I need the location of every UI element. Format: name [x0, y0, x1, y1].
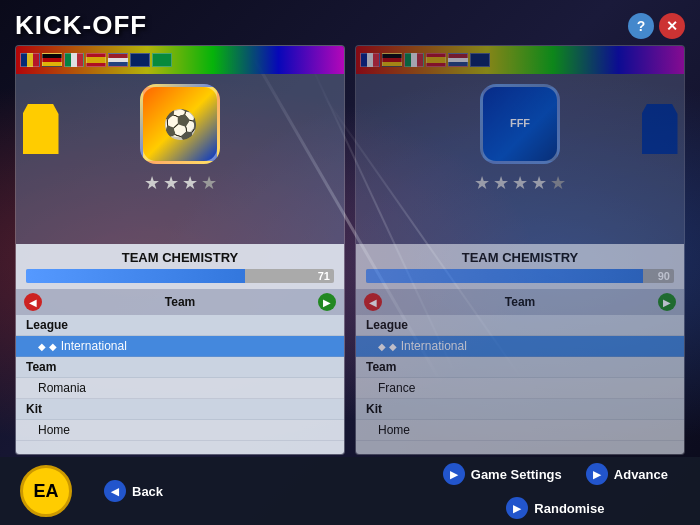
right-jersey [642, 104, 678, 154]
back-label: Back [132, 484, 163, 499]
right-chemistry-label: TEAM CHEMISTRY [366, 250, 674, 265]
header: KICK-OFF ? ✕ [15, 10, 685, 41]
left-row-international[interactable]: ◆ ◆ International [16, 336, 344, 357]
star-1: ★ [144, 172, 160, 194]
flag-es [86, 53, 106, 67]
right-logo-area: FFF ★ ★ ★ ★ ★ [356, 74, 684, 244]
flag-it [64, 53, 84, 67]
randomise-icon: ▶ [506, 497, 528, 519]
left-international-label: International [61, 339, 127, 353]
left-nav-next[interactable]: ▶ [318, 293, 336, 311]
left-team-name-label: Romania [38, 381, 86, 395]
right-chemistry-value: 90 [658, 269, 670, 283]
right-row-team-header: Team [356, 357, 684, 378]
header-icons: ? ✕ [628, 13, 685, 39]
right-nav-next[interactable]: ▶ [658, 293, 676, 311]
left-row-league-header: League [16, 315, 344, 336]
r-star-3: ★ [512, 172, 528, 194]
right-nav-label: Team [505, 295, 535, 309]
left-nav-label: Team [165, 295, 195, 309]
close-button[interactable]: ✕ [659, 13, 685, 39]
right-kit-right [637, 94, 682, 164]
left-team-logo [140, 84, 220, 164]
r-diamond-icon: ◆ ◆ [378, 341, 397, 352]
right-nav-prev[interactable]: ◀ [364, 293, 382, 311]
left-row-kit-header: Kit [16, 399, 344, 420]
panels-container: ★ ★ ★ ★ TEAM CHEMISTRY 71 ◀ Team ▶ Leagu… [15, 45, 685, 455]
right-team-logo: FFF [480, 84, 560, 164]
advance-icon: ▶ [586, 463, 608, 485]
randomise-label: Randomise [534, 501, 604, 516]
flag-br [152, 53, 172, 67]
left-row-kit-value[interactable]: Home [16, 420, 344, 441]
left-kit-label: Home [38, 423, 70, 437]
diamond-icon: ◆ ◆ [38, 341, 57, 352]
star-4: ★ [201, 172, 217, 194]
right-chemistry-fill [366, 269, 643, 283]
help-button[interactable]: ? [628, 13, 654, 39]
flag-france [360, 53, 380, 67]
r-star-2: ★ [493, 172, 509, 194]
left-stars: ★ ★ ★ ★ [144, 172, 217, 194]
left-chemistry-section: TEAM CHEMISTRY 71 [16, 244, 344, 289]
right-flags-strip [356, 46, 684, 74]
right-chemistry-bar: 90 [366, 269, 674, 283]
right-row-league-header: League [356, 315, 684, 336]
right-stars: ★ ★ ★ ★ ★ [474, 172, 566, 194]
star-3: ★ [182, 172, 198, 194]
left-chemistry-bar: 71 [26, 269, 334, 283]
left-nav-prev[interactable]: ◀ [24, 293, 42, 311]
right-row-kit-value[interactable]: Home [356, 420, 684, 441]
left-logo-area: ★ ★ ★ ★ [16, 74, 344, 244]
flag-romania [20, 53, 40, 67]
left-chemistry-value: 71 [318, 269, 330, 283]
game-settings-button[interactable]: ▶ Game Settings [431, 459, 574, 489]
r-star-1: ★ [474, 172, 490, 194]
footer-bottom-row: ▶ Randomise [431, 493, 680, 523]
left-row-team-name[interactable]: Romania [16, 378, 344, 399]
left-jersey [23, 104, 59, 154]
right-kit-label: Home [378, 423, 410, 437]
flag-it-r [404, 53, 424, 67]
advance-button[interactable]: ▶ Advance [574, 459, 680, 489]
page-title: KICK-OFF [15, 10, 147, 41]
game-settings-icon: ▶ [443, 463, 465, 485]
game-settings-label: Game Settings [471, 467, 562, 482]
right-row-kit-header: Kit [356, 399, 684, 420]
right-row-international[interactable]: ◆ ◆ International [356, 336, 684, 357]
right-info-list: League ◆ ◆ International Team France Kit… [356, 315, 684, 454]
left-chemistry-fill [26, 269, 245, 283]
footer-right-group: ▶ Game Settings ▶ Advance ▶ Randomise [431, 459, 680, 523]
left-panel: ★ ★ ★ ★ TEAM CHEMISTRY 71 ◀ Team ▶ Leagu… [15, 45, 345, 455]
flag-de-r [382, 53, 402, 67]
flag-de [42, 53, 62, 67]
left-info-list: League ◆ ◆ International Team Romania Ki… [16, 315, 344, 454]
back-icon: ◀ [104, 480, 126, 502]
left-flags-strip [16, 46, 344, 74]
right-international-label: International [401, 339, 467, 353]
flag-nl-r [448, 53, 468, 67]
right-chemistry-section: TEAM CHEMISTRY 90 [356, 244, 684, 289]
back-button[interactable]: ◀ Back [92, 476, 175, 506]
right-row-team-name[interactable]: France [356, 378, 684, 399]
footer: EA ◀ Back ▶ Game Settings ▶ Advance ▶ [0, 457, 700, 525]
flag-gb [130, 53, 150, 67]
right-team-name-label: France [378, 381, 415, 395]
randomise-button[interactable]: ▶ Randomise [494, 493, 616, 523]
flag-gb-r [470, 53, 490, 67]
left-chemistry-label: TEAM CHEMISTRY [26, 250, 334, 265]
right-panel: FFF ★ ★ ★ ★ ★ TEAM CHEMISTRY 90 ◀ Team ▶ [355, 45, 685, 455]
left-row-team-header: Team [16, 357, 344, 378]
left-nav-row: ◀ Team ▶ [16, 289, 344, 315]
right-nav-row: ◀ Team ▶ [356, 289, 684, 315]
left-kit-left [18, 94, 63, 164]
footer-buttons: ◀ Back ▶ Game Settings ▶ Advance ▶ Rando… [92, 459, 680, 523]
flag-es-r [426, 53, 446, 67]
ea-logo: EA [20, 465, 72, 517]
footer-top-row: ▶ Game Settings ▶ Advance [431, 459, 680, 489]
flag-nl [108, 53, 128, 67]
star-2: ★ [163, 172, 179, 194]
advance-label: Advance [614, 467, 668, 482]
r-star-5: ★ [550, 172, 566, 194]
r-star-4: ★ [531, 172, 547, 194]
